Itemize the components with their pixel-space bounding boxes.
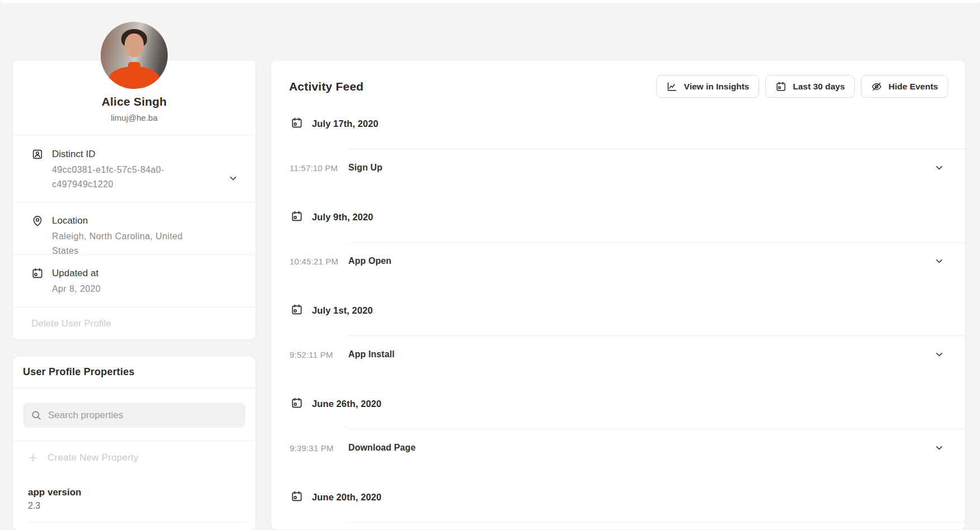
activity-feed-actions: View in InsightsLast 30 daysHide Events [656, 75, 948, 98]
event-row[interactable]: 10:45:21 PMApp Open [271, 243, 965, 280]
properties-search-row [13, 388, 255, 441]
feed-date-group: July 1st, 20209:52:11 PMApp Install [271, 285, 965, 378]
feed-date-header: June 26th, 2020 [291, 391, 965, 415]
activity-feed-header: Activity Feed View in InsightsLast 30 da… [271, 60, 965, 98]
calendar-icon [291, 490, 303, 503]
feed-date-group: June 26th, 20209:39:31 PMDownload Page [271, 378, 965, 472]
top-header-edge [0, 0, 980, 3]
field-label: Distinct ID [52, 148, 186, 161]
event-name: App Open [348, 256, 934, 266]
profile-fields: Distinct ID49cc0381-e1fc-57c5-84a0-c4979… [13, 135, 255, 307]
feed-date-group: June 20th, 2020 [271, 472, 965, 528]
feed-date-label: June 26th, 2020 [312, 399, 381, 409]
field-value: Apr 8, 2020 [52, 282, 101, 296]
event-name: Download Page [348, 443, 934, 453]
event-name: App Install [348, 349, 934, 359]
profile-email: limuj@he.ba [13, 113, 255, 122]
calendar-icon [775, 81, 787, 92]
avatar [101, 22, 168, 89]
event-row[interactable]: 9:39:31 PMDownload Page [271, 429, 965, 466]
user-profile-properties-card: User Profile Properties Create New Prope… [12, 356, 256, 530]
button-label: Hide Events [888, 82, 938, 92]
profile-card: Alice Singh limuj@he.ba Distinct ID49cc0… [12, 60, 256, 340]
field-label: Updated at [52, 267, 101, 280]
calendar-icon [291, 304, 303, 316]
chevron-down-icon[interactable] [934, 255, 945, 267]
hide-events-button[interactable]: Hide Events [861, 75, 948, 98]
plus-icon [28, 453, 38, 463]
chevron-down-icon[interactable] [934, 162, 945, 173]
search-icon [31, 410, 42, 421]
field-label: Location [52, 214, 186, 228]
button-label: View in Insights [684, 82, 749, 92]
search-box[interactable] [23, 403, 245, 428]
feed-date-header: June 20th, 2020 [291, 484, 965, 509]
properties-title: User Profile Properties [23, 366, 135, 378]
property-value: 2.3 [28, 499, 245, 513]
event-row[interactable]: 11:57:10 PMSign Up [271, 149, 965, 186]
calendar-icon [291, 117, 303, 129]
profile-field-location: LocationRaleigh, North Carolina, United … [13, 202, 255, 255]
feed-date-header: July 1st, 2020 [291, 297, 965, 322]
eye-off-icon [871, 81, 882, 92]
event-time: 9:52:11 PM [290, 350, 348, 359]
feed-date-label: July 9th, 2020 [312, 212, 373, 223]
delete-user-profile-button[interactable]: Delete User Profile [13, 307, 255, 340]
properties-list: app version2.3 [13, 486, 255, 523]
event-time: 11:57:10 PM [290, 163, 348, 173]
activity-feed-title: Activity Feed [289, 75, 363, 98]
chevron-down-icon[interactable] [228, 173, 239, 184]
create-new-property-label: Create New Property [48, 452, 139, 463]
create-new-property-button[interactable]: Create New Property [13, 441, 255, 474]
feed-divider [348, 522, 965, 523]
profile-name: Alice Singh [13, 94, 255, 110]
activity-feed-groups: July 17th, 202011:57:10 PMSign UpJuly 9t… [271, 98, 965, 528]
chevron-down-icon[interactable] [934, 349, 945, 360]
feed-date-header: July 9th, 2020 [291, 204, 965, 229]
feed-date-label: July 17th, 2020 [312, 119, 378, 129]
calendar-icon [291, 397, 303, 409]
button-label: Last 30 days [793, 82, 845, 92]
contact-card-icon [31, 148, 44, 160]
activity-feed-card: Activity Feed View in InsightsLast 30 da… [271, 60, 965, 530]
view-in-insights-button[interactable]: View in Insights [656, 75, 759, 98]
field-value: Raleigh, North Carolina, United States [52, 229, 186, 258]
event-name: Sign Up [348, 163, 934, 173]
event-row[interactable]: 9:52:11 PMApp Install [271, 336, 965, 373]
location-pin-icon [31, 215, 44, 227]
profile-sidebar: Alice Singh limuj@he.ba Distinct ID49cc0… [12, 60, 256, 530]
event-time: 9:39:31 PM [290, 443, 348, 453]
event-time: 10:45:21 PM [290, 257, 348, 266]
search-properties-input[interactable] [48, 410, 238, 421]
calendar-icon [31, 267, 44, 280]
profile-field-distinct-id: Distinct ID49cc0381-e1fc-57c5-84a0-c4979… [13, 135, 255, 202]
properties-title-row: User Profile Properties [13, 357, 255, 388]
property-name: app version [28, 486, 245, 499]
feed-date-header: July 17th, 2020 [291, 111, 965, 135]
feed-date-group: July 9th, 202010:45:21 PMApp Open [271, 192, 965, 285]
profile-field-updated-at: Updated atApr 8, 2020 [13, 255, 255, 307]
feed-date-label: June 20th, 2020 [312, 492, 381, 503]
field-value: 49cc0381-e1fc-57c5-84a0-c497949c1220 [52, 163, 186, 192]
feed-date-label: July 1st, 2020 [312, 305, 373, 316]
feed-date-group: July 17th, 202011:57:10 PMSign Up [271, 98, 965, 192]
last-30-days-button[interactable]: Last 30 days [765, 75, 855, 98]
calendar-icon [291, 210, 303, 223]
chart-line-icon [666, 81, 678, 92]
chevron-down-icon[interactable] [934, 442, 945, 453]
property-item[interactable]: app version2.3 [28, 486, 245, 523]
